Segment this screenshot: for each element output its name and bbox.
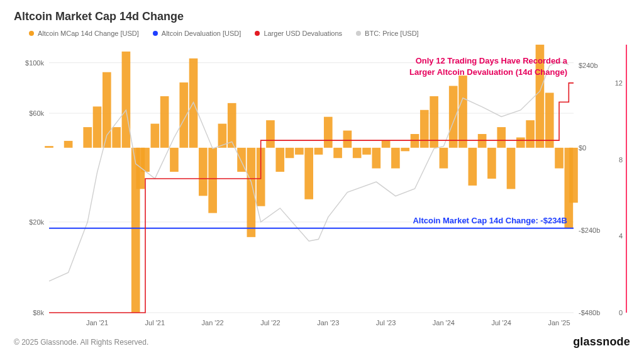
svg-rect-50 (497, 127, 506, 148)
svg-rect-13 (141, 148, 150, 172)
svg-text:$100k: $100k (25, 59, 44, 67)
svg-rect-16 (170, 148, 179, 172)
svg-text:12: 12 (615, 79, 623, 87)
svg-rect-5 (64, 141, 73, 148)
svg-rect-14 (151, 124, 160, 148)
svg-rect-52 (516, 137, 525, 147)
svg-text:Jul '23: Jul '23 (376, 319, 396, 327)
legend-dot-1 (153, 31, 158, 36)
legend-item-3: BTC: Price [USD] (356, 30, 419, 37)
svg-rect-45 (449, 86, 458, 148)
svg-text:-$480b: -$480b (579, 309, 600, 316)
copyright: © 2025 Glassnode. All Rights Reserved. (14, 338, 148, 347)
axis-right-count: 04812 (615, 79, 623, 316)
svg-rect-27 (275, 148, 284, 172)
svg-text:4: 4 (619, 232, 623, 240)
legend: Altcoin MCap 14d Change [USD] Altcoin De… (29, 30, 630, 37)
svg-text:-$240b: -$240b (579, 226, 600, 234)
svg-text:Jul '24: Jul '24 (492, 319, 511, 327)
svg-rect-56 (555, 148, 564, 169)
legend-item-1: Altcoin Devaluation [USD] (153, 30, 242, 37)
svg-rect-44 (440, 148, 448, 169)
svg-text:$20k: $20k (29, 218, 44, 226)
svg-text:Jan '22: Jan '22 (202, 319, 224, 327)
svg-rect-37 (372, 148, 380, 169)
legend-label-2: Larger USD Devaluations (264, 30, 342, 37)
svg-text:0: 0 (619, 309, 623, 316)
legend-dot-3 (356, 31, 361, 36)
annotation-red-1: Only 12 Trading Days Have Recorded a (416, 56, 568, 65)
svg-rect-39 (391, 148, 400, 169)
annotation-blue: Altcoin Market Cap 14d Change: -$234B (413, 216, 567, 225)
legend-item-2: Larger USD Devaluations (255, 30, 342, 37)
svg-text:8: 8 (619, 156, 623, 164)
svg-rect-51 (507, 148, 516, 189)
svg-rect-9 (112, 127, 121, 148)
svg-rect-42 (420, 110, 429, 148)
legend-dot-2 (255, 31, 260, 36)
svg-rect-26 (266, 120, 275, 148)
svg-rect-20 (208, 148, 217, 213)
svg-rect-38 (382, 141, 391, 148)
svg-text:Jan '24: Jan '24 (433, 319, 455, 327)
svg-rect-28 (286, 148, 294, 158)
svg-rect-19 (199, 148, 208, 196)
svg-rect-40 (401, 148, 409, 151)
svg-text:$240b: $240b (579, 62, 598, 69)
svg-rect-55 (545, 92, 554, 147)
svg-rect-4 (45, 146, 53, 148)
svg-text:Jul '21: Jul '21 (145, 319, 165, 327)
chart-svg: $8k$20k$60k$100k -$480b-$240b$0$240b 048… (14, 38, 630, 332)
axis-left: $8k$20k$60k$100k (25, 59, 44, 316)
svg-rect-35 (353, 148, 362, 158)
svg-text:$60k: $60k (29, 109, 44, 117)
svg-text:$0: $0 (579, 144, 586, 152)
legend-label-1: Altcoin Devaluation [USD] (162, 30, 242, 37)
svg-rect-32 (324, 117, 333, 148)
svg-rect-46 (458, 75, 467, 148)
svg-rect-31 (314, 148, 323, 155)
legend-item-0: Altcoin MCap 14d Change [USD] (29, 30, 139, 37)
axis-bottom: Jan '21Jul '21Jan '22Jul '22Jan '23Jul '… (86, 319, 570, 327)
legend-label-3: BTC: Price [USD] (365, 30, 419, 37)
brand-logo: glassnode (573, 335, 630, 349)
svg-rect-29 (295, 148, 304, 155)
annotation-red-2: Larger Altcoin Devaluation (14d Change) (409, 67, 567, 77)
svg-rect-47 (468, 148, 477, 186)
svg-text:Jul '22: Jul '22 (260, 319, 280, 327)
svg-rect-30 (304, 148, 313, 199)
svg-rect-53 (526, 120, 535, 148)
altcoin-14d-bars (45, 45, 578, 313)
legend-dot-0 (29, 31, 34, 36)
svg-rect-15 (160, 96, 169, 148)
page-title: Altcoin Market Cap 14d Change (14, 10, 630, 23)
legend-label-0: Altcoin MCap 14d Change [USD] (38, 30, 139, 37)
svg-text:Jan '23: Jan '23 (317, 319, 339, 327)
svg-text:$8k: $8k (33, 309, 44, 316)
svg-rect-6 (83, 127, 92, 148)
svg-rect-34 (343, 131, 352, 148)
svg-rect-10 (122, 52, 131, 148)
svg-rect-58 (569, 148, 578, 203)
svg-rect-36 (362, 148, 371, 155)
axis-right-usd: -$480b-$240b$0$240b (579, 62, 600, 316)
svg-rect-22 (228, 103, 236, 148)
svg-text:Jan '25: Jan '25 (548, 319, 570, 327)
svg-text:Jan '21: Jan '21 (86, 319, 108, 327)
svg-rect-7 (93, 106, 102, 148)
chart-area: $8k$20k$60k$100k -$480b-$240b$0$240b 048… (14, 38, 630, 332)
svg-rect-24 (247, 148, 256, 237)
svg-rect-49 (487, 148, 496, 179)
svg-rect-33 (333, 148, 342, 158)
